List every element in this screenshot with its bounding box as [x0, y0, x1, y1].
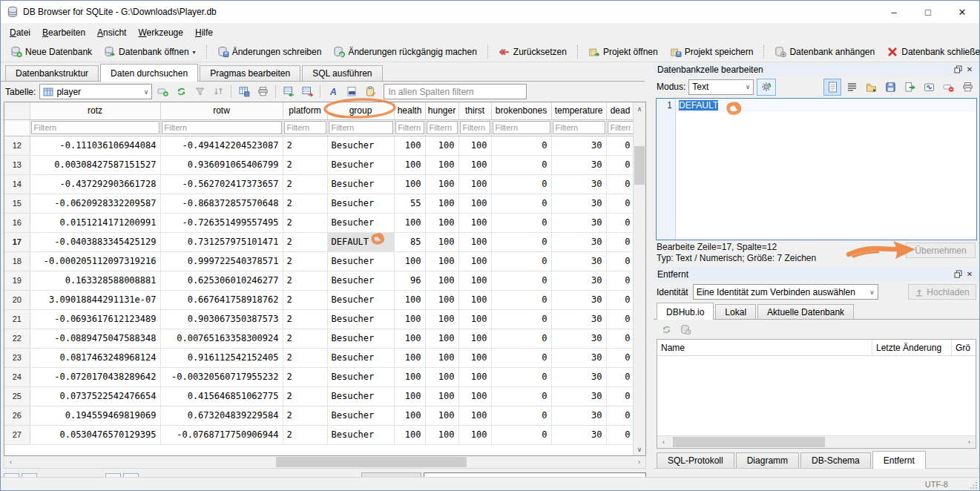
export-button[interactable]	[901, 79, 918, 96]
link-button[interactable]	[920, 79, 938, 96]
close-panel-icon[interactable]: ✕	[964, 268, 976, 280]
table-select[interactable]: player ∨	[39, 84, 152, 99]
menu-item-werkzeuge[interactable]: Werkzeuge	[132, 24, 188, 41]
cell[interactable]: 100	[425, 174, 458, 194]
cell[interactable]: -0.00320560717955232	[160, 367, 283, 386]
cell[interactable]: 30	[551, 155, 606, 174]
cell[interactable]: 0	[491, 271, 551, 290]
cell[interactable]: 100	[425, 367, 458, 386]
font-button[interactable]: A	[325, 84, 341, 99]
filter-input-temperature[interactable]	[553, 121, 605, 134]
cell[interactable]: 100	[425, 290, 458, 309]
cell[interactable]: 100	[425, 232, 458, 251]
cell[interactable]: Besucher	[327, 425, 394, 444]
row-header[interactable]: 19	[4, 271, 30, 290]
filter-input-hunger[interactable]	[427, 121, 458, 134]
cell[interactable]: -0.437292903661728	[30, 174, 160, 194]
new-record-button[interactable]	[154, 84, 171, 99]
cell[interactable]: 100	[425, 194, 458, 213]
cell[interactable]: 0	[606, 251, 634, 271]
cell[interactable]: 0	[491, 309, 551, 329]
filter-input-thirst[interactable]	[460, 121, 490, 134]
cell[interactable]: Besucher	[327, 251, 394, 271]
cell[interactable]: 0.667641758918762	[160, 290, 283, 309]
cell[interactable]: 100	[394, 136, 425, 155]
cell[interactable]: Besucher	[327, 155, 394, 174]
cell[interactable]: 85	[394, 232, 425, 251]
cell[interactable]: Besucher	[327, 367, 394, 386]
row-header[interactable]: 16	[4, 213, 30, 232]
remote-tab-aktuelle-datenbank[interactable]: Aktuelle Datenbank	[757, 304, 854, 319]
apply-button[interactable]: Übernehmen	[906, 243, 976, 258]
column-header-rotz[interactable]: rotz	[30, 102, 160, 119]
bottom-tab-entfernt[interactable]: Entfernt	[872, 451, 926, 469]
cell[interactable]: 0	[491, 406, 551, 425]
import-button[interactable]	[862, 79, 880, 96]
cell[interactable]: 0	[491, 425, 551, 444]
cell[interactable]: Besucher	[327, 194, 394, 213]
row-header[interactable]: 20	[4, 290, 30, 309]
cell[interactable]: 100	[425, 271, 458, 290]
cell[interactable]: 100	[394, 309, 425, 329]
close-panel-icon[interactable]: ✕	[964, 64, 976, 75]
cell[interactable]: Besucher	[327, 348, 394, 367]
scroll-left-icon[interactable]: ‹	[4, 456, 17, 468]
cell[interactable]: -0.0768717750906944	[160, 425, 283, 444]
cell[interactable]: 30	[551, 213, 606, 232]
revert-changes-button[interactable]: Änderungen rückgängig machen	[328, 44, 481, 61]
row-header[interactable]: 12	[4, 136, 30, 155]
cell[interactable]: 2	[283, 329, 327, 348]
cell[interactable]: 100	[458, 174, 491, 194]
word-wrap-button[interactable]	[843, 79, 861, 96]
tab-pragmas-bearbeiten[interactable]: Pragmas bearbeiten	[200, 65, 300, 81]
row-header[interactable]: 23	[4, 348, 30, 367]
column-header-hunger[interactable]: hunger	[425, 102, 458, 119]
auto-apply-button[interactable]	[757, 79, 776, 96]
cell[interactable]: 0	[606, 386, 634, 406]
cell[interactable]: 30	[551, 232, 606, 251]
cell[interactable]: 100	[458, 213, 491, 232]
scroll-up-icon[interactable]: ∧	[634, 102, 645, 115]
filter-input-rotw[interactable]	[162, 121, 282, 134]
cell[interactable]: 0	[606, 348, 634, 367]
cell[interactable]: 100	[394, 251, 425, 271]
cell[interactable]: 0.00308427587151527	[30, 155, 160, 174]
cell[interactable]: -0.0620928332209587	[30, 194, 160, 213]
refresh-button[interactable]	[173, 84, 189, 99]
cell[interactable]: 100	[458, 329, 491, 348]
cell[interactable]: 0	[491, 386, 551, 406]
cell[interactable]: Besucher	[327, 213, 394, 232]
cell[interactable]: 100	[394, 425, 425, 444]
cell[interactable]: 0	[606, 290, 634, 309]
cell[interactable]: 2	[283, 406, 327, 425]
cell[interactable]: 100	[425, 406, 458, 425]
new-database-button[interactable]: Neue Datenbank	[5, 44, 97, 61]
cell[interactable]: -0.0889475047588348	[30, 329, 160, 348]
cell[interactable]: 100	[425, 309, 458, 329]
tab-daten-durchsuchen[interactable]: Daten durchsuchen	[100, 64, 198, 82]
cell[interactable]: 30	[551, 348, 606, 367]
cell[interactable]: 100	[458, 406, 491, 425]
cell[interactable]: 100	[458, 155, 491, 174]
cell[interactable]: 2	[283, 425, 327, 444]
delete-row-button[interactable]	[299, 84, 315, 99]
cell[interactable]: Besucher	[327, 271, 394, 290]
menu-item-datei[interactable]: Datei	[4, 24, 36, 41]
cell[interactable]: Besucher	[327, 290, 394, 309]
cell[interactable]: 2	[283, 136, 327, 155]
cell[interactable]: Besucher	[327, 136, 394, 155]
column-header-last-change[interactable]: Letzte Änderung	[872, 340, 952, 355]
find-button[interactable]	[343, 84, 360, 99]
filter-input-platform[interactable]	[284, 121, 326, 134]
set-null-button[interactable]	[939, 79, 957, 96]
filter-input-rotz[interactable]	[31, 121, 160, 134]
row-header[interactable]: 22	[4, 329, 30, 348]
column-header-group[interactable]: group	[327, 102, 394, 119]
scroll-right-icon[interactable]: ›	[963, 436, 976, 448]
cell[interactable]: 2	[283, 386, 327, 406]
cell[interactable]: -0.726351499557495	[160, 213, 283, 232]
cell[interactable]: 0	[491, 251, 551, 271]
cell[interactable]: 30	[551, 425, 606, 444]
cell[interactable]: 0.0151214171200991	[30, 213, 160, 232]
scroll-down-icon[interactable]: ∨	[634, 443, 645, 455]
